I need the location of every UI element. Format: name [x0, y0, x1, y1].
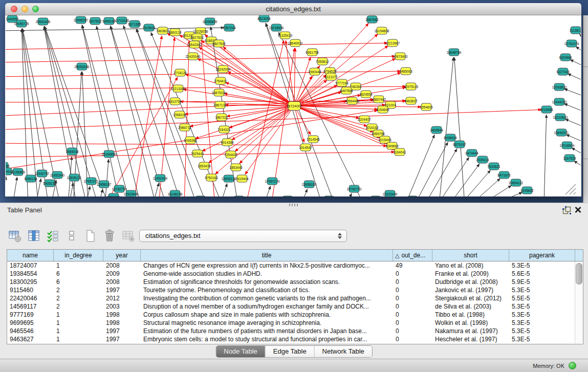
graph-node[interactable]: 8938924: [444, 134, 457, 141]
graph-node[interactable]: 1015496: [369, 196, 382, 196]
graph-node[interactable]: 17957274: [265, 178, 280, 185]
panel-splitter-handle[interactable]: [289, 204, 298, 206]
graph-node[interactable]: 1409544: [430, 126, 443, 134]
graph-node[interactable]: 19055725: [14, 20, 29, 27]
graph-node[interactable]: 1810754: [168, 98, 182, 105]
close-panel-icon[interactable]: [575, 206, 581, 213]
graph-node[interactable]: 9245017: [194, 196, 207, 196]
table-row[interactable]: 977716911998Corpus callosum shape and si…: [7, 311, 575, 319]
graph-node[interactable]: 15751074: [564, 40, 579, 47]
graph-node[interactable]: 11325419: [278, 32, 293, 39]
graph-node[interactable]: 12923449: [383, 190, 398, 196]
graph-node[interactable]: 16154808: [375, 27, 389, 34]
graph-node[interactable]: 11156869: [11, 168, 25, 176]
column-header-pagerank[interactable]: pagerank: [509, 250, 575, 261]
graph-node[interactable]: 9245652: [520, 187, 534, 194]
new-document-icon[interactable]: [84, 229, 97, 243]
table-row[interactable]: 946554611997Estimation of the future num…: [7, 327, 575, 335]
graph-node[interactable]: 9046383: [184, 137, 197, 144]
graph-node[interactable]: 7254402: [224, 151, 237, 158]
graph-node[interactable]: 18875334: [212, 89, 227, 96]
graph-node[interactable]: 9329966: [559, 54, 572, 61]
window-titlebar[interactable]: citations_edges.txt: [5, 3, 581, 15]
graph-node[interactable]: 2204407: [358, 116, 371, 123]
graph-node[interactable]: 8860124: [168, 29, 182, 36]
graph-node[interactable]: 13958167: [97, 181, 112, 188]
table-settings-icon[interactable]: [8, 229, 21, 243]
graph-node[interactable]: 12444153: [552, 98, 567, 105]
graph-node[interactable]: 9777169: [335, 79, 349, 86]
row-select-icon[interactable]: [46, 229, 59, 243]
graph-node[interactable]: 9474444: [465, 149, 478, 157]
graph-node[interactable]: 2806674: [107, 193, 120, 196]
graph-node[interactable]: 16782759: [112, 185, 127, 192]
table-row[interactable]: 1456911722003Disruption of a novel membe…: [7, 302, 575, 311]
graph-node[interactable]: 1914547: [299, 144, 312, 151]
graph-node[interactable]: 1112813: [570, 27, 581, 34]
graph-node[interactable]: 16210643: [553, 114, 568, 121]
graph-node[interactable]: 1164041: [394, 148, 406, 156]
graph-node[interactable]: 3624554: [359, 91, 373, 98]
graph-node[interactable]: 13958169: [302, 181, 317, 188]
close-window-button[interactable]: [11, 6, 17, 12]
graph-node[interactable]: 7154321: [217, 126, 231, 133]
graph-node[interactable]: 18640910: [288, 39, 303, 47]
graph-node[interactable]: 2754411: [214, 77, 227, 84]
graph-node[interactable]: 8471676: [497, 171, 511, 179]
column-header-out_de[interactable]: △out_de...: [393, 250, 432, 261]
table-row[interactable]: 1830029562008Estimation of significance …: [7, 278, 575, 286]
tab-node-table[interactable]: Node Table: [216, 346, 266, 357]
graph-node[interactable]: 9154690: [376, 106, 389, 113]
graph-node[interactable]: 1167533: [563, 155, 576, 162]
graph-node[interactable]: 8813054: [257, 15, 271, 22]
graph-node[interactable]: 2935114: [476, 156, 489, 163]
graph-node[interactable]: 11451940: [50, 171, 65, 179]
resize-grip-icon[interactable]: [574, 192, 576, 194]
graph-node[interactable]: 7625441: [191, 150, 204, 157]
graph-node[interactable]: 6497568: [340, 87, 353, 94]
graph-node[interactable]: 16055809: [203, 18, 217, 25]
graph-node[interactable]: 10973493: [393, 53, 408, 60]
float-panel-icon[interactable]: [562, 206, 571, 214]
table-row[interactable]: 1938455462009Genome-wide association stu…: [7, 270, 575, 278]
graph-node[interactable]: 2867132: [213, 101, 227, 108]
graph-node[interactable]: 1867311: [215, 114, 228, 121]
graph-node[interactable]: 10719185: [115, 17, 129, 24]
graph-node[interactable]: 12923446: [124, 190, 139, 196]
graph-node[interactable]: 12942757: [35, 170, 50, 177]
graph-node[interactable]: 7955812: [316, 58, 329, 65]
graph-node[interactable]: 9445102: [232, 196, 246, 196]
table-row[interactable]: 946362711997Embryonic stem cells: a mode…: [7, 335, 575, 343]
graph-node[interactable]: 1990448: [308, 68, 321, 75]
table-row[interactable]: 2242004622012Investigating the contribut…: [7, 294, 575, 302]
graph-node[interactable]: 16782753: [347, 185, 362, 192]
network-canvas[interactable]: 1872400774638228860124891295413226058982…: [6, 15, 581, 196]
graph-node[interactable]: 8215958: [540, 106, 553, 113]
graph-node[interactable]: 2986713: [178, 124, 191, 131]
graph-node[interactable]: 7615404: [235, 175, 249, 182]
graph-node[interactable]: 1853445: [229, 164, 243, 171]
table-scrollbar-thumb[interactable]: [576, 263, 582, 285]
graph-node[interactable]: 18724007: [286, 102, 302, 111]
delete-trash-icon[interactable]: [103, 229, 116, 243]
column-header-year[interactable]: year: [103, 250, 141, 261]
graph-node[interactable]: 9463627: [404, 97, 418, 104]
graph-node[interactable]: 1554609: [420, 103, 433, 111]
graph-node[interactable]: 16543382: [187, 41, 202, 48]
column-header-short[interactable]: short: [432, 250, 509, 261]
graph-node[interactable]: 10955287: [74, 16, 89, 24]
graph-node[interactable]: 6466160: [102, 17, 116, 25]
graph-node[interactable]: 7515526: [142, 24, 156, 31]
graph-node[interactable]: 9914384: [221, 139, 234, 146]
table-selector-dropdown[interactable]: citations_edges.txt: [139, 230, 347, 242]
graph-node[interactable]: 28053346: [75, 63, 90, 70]
graph-node[interactable]: 9056138: [24, 175, 37, 182]
graph-node[interactable]: 6671385: [128, 20, 141, 28]
graph-node[interactable]: 9750163: [205, 174, 218, 181]
graph-node[interactable]: 16146198: [168, 190, 183, 196]
graph-node[interactable]: 5905135: [43, 180, 56, 187]
graph-node[interactable]: 7357244: [223, 24, 236, 31]
rows-icon[interactable]: [65, 229, 78, 243]
minimize-window-button[interactable]: [21, 6, 28, 12]
column-view-icon[interactable]: [27, 229, 40, 243]
